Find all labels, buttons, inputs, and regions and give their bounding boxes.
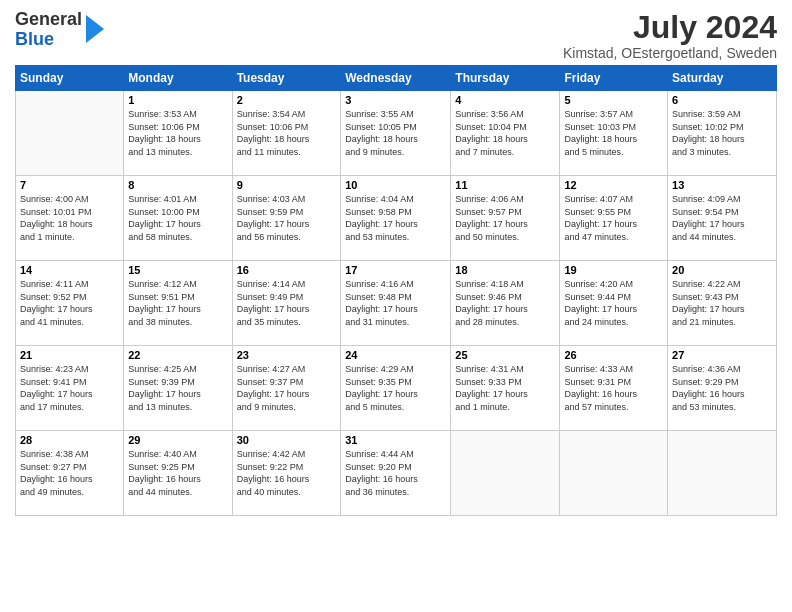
- day-info: Sunrise: 4:23 AM Sunset: 9:41 PM Dayligh…: [20, 363, 119, 413]
- day-info: Sunrise: 4:33 AM Sunset: 9:31 PM Dayligh…: [564, 363, 663, 413]
- day-header-friday: Friday: [560, 66, 668, 91]
- day-info: Sunrise: 4:36 AM Sunset: 9:29 PM Dayligh…: [672, 363, 772, 413]
- day-info: Sunrise: 4:11 AM Sunset: 9:52 PM Dayligh…: [20, 278, 119, 328]
- calendar-week-row: 14Sunrise: 4:11 AM Sunset: 9:52 PM Dayli…: [16, 261, 777, 346]
- day-info: Sunrise: 3:57 AM Sunset: 10:03 PM Daylig…: [564, 108, 663, 158]
- day-number: 28: [20, 434, 119, 446]
- page: General Blue July 2024 Kimstad, OEstergo…: [0, 0, 792, 612]
- day-info: Sunrise: 4:42 AM Sunset: 9:22 PM Dayligh…: [237, 448, 337, 498]
- day-header-wednesday: Wednesday: [341, 66, 451, 91]
- day-number: 18: [455, 264, 555, 276]
- calendar-cell: 23Sunrise: 4:27 AM Sunset: 9:37 PM Dayli…: [232, 346, 341, 431]
- calendar-cell: 22Sunrise: 4:25 AM Sunset: 9:39 PM Dayli…: [124, 346, 232, 431]
- day-info: Sunrise: 4:07 AM Sunset: 9:55 PM Dayligh…: [564, 193, 663, 243]
- title-block: July 2024 Kimstad, OEstergoetland, Swede…: [563, 10, 777, 61]
- day-info: Sunrise: 4:40 AM Sunset: 9:25 PM Dayligh…: [128, 448, 227, 498]
- day-number: 11: [455, 179, 555, 191]
- calendar-cell: 19Sunrise: 4:20 AM Sunset: 9:44 PM Dayli…: [560, 261, 668, 346]
- calendar-cell: 10Sunrise: 4:04 AM Sunset: 9:58 PM Dayli…: [341, 176, 451, 261]
- day-info: Sunrise: 4:14 AM Sunset: 9:49 PM Dayligh…: [237, 278, 337, 328]
- day-info: Sunrise: 3:59 AM Sunset: 10:02 PM Daylig…: [672, 108, 772, 158]
- day-info: Sunrise: 4:01 AM Sunset: 10:00 PM Daylig…: [128, 193, 227, 243]
- day-number: 7: [20, 179, 119, 191]
- day-info: Sunrise: 4:18 AM Sunset: 9:46 PM Dayligh…: [455, 278, 555, 328]
- location: Kimstad, OEstergoetland, Sweden: [563, 45, 777, 61]
- calendar-cell: 2Sunrise: 3:54 AM Sunset: 10:06 PM Dayli…: [232, 91, 341, 176]
- day-info: Sunrise: 4:06 AM Sunset: 9:57 PM Dayligh…: [455, 193, 555, 243]
- day-info: Sunrise: 4:00 AM Sunset: 10:01 PM Daylig…: [20, 193, 119, 243]
- calendar-cell: 29Sunrise: 4:40 AM Sunset: 9:25 PM Dayli…: [124, 431, 232, 516]
- day-header-thursday: Thursday: [451, 66, 560, 91]
- day-header-saturday: Saturday: [668, 66, 777, 91]
- day-number: 12: [564, 179, 663, 191]
- calendar-week-row: 1Sunrise: 3:53 AM Sunset: 10:06 PM Dayli…: [16, 91, 777, 176]
- calendar-cell: 3Sunrise: 3:55 AM Sunset: 10:05 PM Dayli…: [341, 91, 451, 176]
- day-number: 26: [564, 349, 663, 361]
- day-info: Sunrise: 4:25 AM Sunset: 9:39 PM Dayligh…: [128, 363, 227, 413]
- calendar-cell: 24Sunrise: 4:29 AM Sunset: 9:35 PM Dayli…: [341, 346, 451, 431]
- calendar-cell: 26Sunrise: 4:33 AM Sunset: 9:31 PM Dayli…: [560, 346, 668, 431]
- calendar-cell: 4Sunrise: 3:56 AM Sunset: 10:04 PM Dayli…: [451, 91, 560, 176]
- day-info: Sunrise: 4:16 AM Sunset: 9:48 PM Dayligh…: [345, 278, 446, 328]
- logo-text: General Blue: [15, 10, 82, 50]
- calendar-cell: 27Sunrise: 4:36 AM Sunset: 9:29 PM Dayli…: [668, 346, 777, 431]
- day-number: 29: [128, 434, 227, 446]
- day-number: 2: [237, 94, 337, 106]
- day-info: Sunrise: 4:20 AM Sunset: 9:44 PM Dayligh…: [564, 278, 663, 328]
- calendar-cell: 11Sunrise: 4:06 AM Sunset: 9:57 PM Dayli…: [451, 176, 560, 261]
- day-info: Sunrise: 4:44 AM Sunset: 9:20 PM Dayligh…: [345, 448, 446, 498]
- day-number: 4: [455, 94, 555, 106]
- calendar-cell: 12Sunrise: 4:07 AM Sunset: 9:55 PM Dayli…: [560, 176, 668, 261]
- day-info: Sunrise: 4:31 AM Sunset: 9:33 PM Dayligh…: [455, 363, 555, 413]
- day-number: 1: [128, 94, 227, 106]
- calendar-cell: 14Sunrise: 4:11 AM Sunset: 9:52 PM Dayli…: [16, 261, 124, 346]
- header: General Blue July 2024 Kimstad, OEstergo…: [15, 10, 777, 61]
- day-info: Sunrise: 4:29 AM Sunset: 9:35 PM Dayligh…: [345, 363, 446, 413]
- day-number: 27: [672, 349, 772, 361]
- day-number: 13: [672, 179, 772, 191]
- calendar-cell: 25Sunrise: 4:31 AM Sunset: 9:33 PM Dayli…: [451, 346, 560, 431]
- day-info: Sunrise: 4:04 AM Sunset: 9:58 PM Dayligh…: [345, 193, 446, 243]
- day-header-sunday: Sunday: [16, 66, 124, 91]
- calendar-cell: 8Sunrise: 4:01 AM Sunset: 10:00 PM Dayli…: [124, 176, 232, 261]
- day-number: 5: [564, 94, 663, 106]
- calendar-week-row: 28Sunrise: 4:38 AM Sunset: 9:27 PM Dayli…: [16, 431, 777, 516]
- day-number: 10: [345, 179, 446, 191]
- day-number: 20: [672, 264, 772, 276]
- day-number: 30: [237, 434, 337, 446]
- logo-arrow-icon: [86, 15, 104, 43]
- calendar-header-row: SundayMondayTuesdayWednesdayThursdayFrid…: [16, 66, 777, 91]
- day-header-tuesday: Tuesday: [232, 66, 341, 91]
- logo-blue: Blue: [15, 29, 54, 49]
- day-info: Sunrise: 4:12 AM Sunset: 9:51 PM Dayligh…: [128, 278, 227, 328]
- day-info: Sunrise: 4:22 AM Sunset: 9:43 PM Dayligh…: [672, 278, 772, 328]
- day-number: 3: [345, 94, 446, 106]
- calendar-cell: 1Sunrise: 3:53 AM Sunset: 10:06 PM Dayli…: [124, 91, 232, 176]
- day-number: 8: [128, 179, 227, 191]
- day-number: 23: [237, 349, 337, 361]
- day-number: 24: [345, 349, 446, 361]
- calendar-cell: 20Sunrise: 4:22 AM Sunset: 9:43 PM Dayli…: [668, 261, 777, 346]
- day-number: 15: [128, 264, 227, 276]
- calendar-cell: [451, 431, 560, 516]
- calendar-cell: 16Sunrise: 4:14 AM Sunset: 9:49 PM Dayli…: [232, 261, 341, 346]
- calendar-cell: 17Sunrise: 4:16 AM Sunset: 9:48 PM Dayli…: [341, 261, 451, 346]
- day-info: Sunrise: 4:27 AM Sunset: 9:37 PM Dayligh…: [237, 363, 337, 413]
- day-info: Sunrise: 4:38 AM Sunset: 9:27 PM Dayligh…: [20, 448, 119, 498]
- day-number: 22: [128, 349, 227, 361]
- logo-general: General: [15, 9, 82, 29]
- calendar-cell: 6Sunrise: 3:59 AM Sunset: 10:02 PM Dayli…: [668, 91, 777, 176]
- day-info: Sunrise: 4:03 AM Sunset: 9:59 PM Dayligh…: [237, 193, 337, 243]
- calendar-week-row: 7Sunrise: 4:00 AM Sunset: 10:01 PM Dayli…: [16, 176, 777, 261]
- calendar-cell: [16, 91, 124, 176]
- day-number: 6: [672, 94, 772, 106]
- calendar-cell: 13Sunrise: 4:09 AM Sunset: 9:54 PM Dayli…: [668, 176, 777, 261]
- calendar-cell: 5Sunrise: 3:57 AM Sunset: 10:03 PM Dayli…: [560, 91, 668, 176]
- calendar-table: SundayMondayTuesdayWednesdayThursdayFrid…: [15, 65, 777, 516]
- day-number: 21: [20, 349, 119, 361]
- calendar-cell: 18Sunrise: 4:18 AM Sunset: 9:46 PM Dayli…: [451, 261, 560, 346]
- day-info: Sunrise: 3:56 AM Sunset: 10:04 PM Daylig…: [455, 108, 555, 158]
- calendar-cell: 9Sunrise: 4:03 AM Sunset: 9:59 PM Daylig…: [232, 176, 341, 261]
- calendar-week-row: 21Sunrise: 4:23 AM Sunset: 9:41 PM Dayli…: [16, 346, 777, 431]
- calendar-cell: 7Sunrise: 4:00 AM Sunset: 10:01 PM Dayli…: [16, 176, 124, 261]
